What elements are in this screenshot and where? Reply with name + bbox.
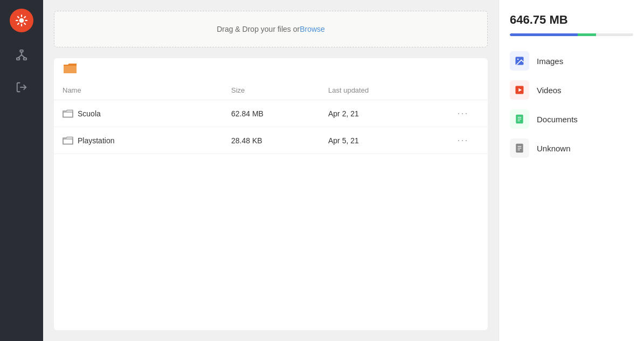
logo-icon	[15, 13, 29, 27]
unknown-label: Unknown	[537, 144, 571, 153]
file-type-images[interactable]: Images	[510, 51, 633, 71]
col-name-header: Name	[63, 86, 231, 94]
videos-label: Videos	[537, 86, 562, 95]
main-content: Drag & Drop your files or Browse Name Si…	[43, 0, 498, 341]
folder-name: Playstation	[78, 136, 114, 145]
svg-line-6	[24, 23, 26, 25]
table-row[interactable]: Scuola 62.84 MB Apr 2, 21 ···	[54, 100, 488, 127]
home-folder-icon	[63, 62, 78, 74]
file-type-videos[interactable]: Videos	[510, 80, 633, 100]
documents-icon-container	[510, 109, 529, 129]
storage-bar-blue	[510, 33, 578, 36]
folder-size: 62.84 MB	[231, 109, 328, 118]
images-icon	[514, 55, 525, 66]
table-header: Name Size Last updated	[54, 81, 488, 100]
folder-icon	[63, 136, 73, 145]
unknown-icon	[514, 143, 525, 154]
folder-nav-row[interactable]	[54, 58, 488, 81]
svg-line-13	[18, 55, 22, 58]
svg-rect-10	[17, 58, 19, 60]
videos-icon	[514, 85, 525, 95]
svg-rect-11	[24, 58, 26, 60]
storage-bar	[510, 33, 633, 36]
svg-line-14	[22, 55, 25, 58]
storage-used-label: 646.75 MB	[510, 13, 633, 27]
more-options-button[interactable]: ···	[447, 107, 479, 120]
unknown-icon-container	[510, 138, 529, 158]
sidebar	[0, 0, 43, 341]
col-size-header: Size	[231, 86, 328, 94]
svg-rect-9	[20, 50, 23, 52]
svg-line-8	[17, 23, 19, 25]
browse-link[interactable]: Browse	[300, 25, 325, 33]
file-type-list: Images Videos Documents	[510, 51, 633, 158]
svg-point-17	[517, 59, 519, 60]
documents-label: Documents	[537, 115, 578, 124]
app-logo[interactable]	[10, 9, 33, 32]
right-panel: 646.75 MB Images Videos	[498, 0, 644, 341]
more-options-button[interactable]: ···	[447, 134, 479, 147]
images-label: Images	[537, 57, 563, 66]
svg-line-7	[24, 16, 26, 18]
folder-date: Apr 2, 21	[328, 109, 447, 118]
folder-name-cell: Scuola	[63, 109, 231, 118]
folder-name-cell: Playstation	[63, 136, 231, 145]
dropzone-text: Drag & Drop your files or	[217, 25, 300, 33]
network-nav-icon[interactable]	[12, 45, 31, 65]
folder-name: Scuola	[78, 109, 101, 118]
dropzone[interactable]: Drag & Drop your files or Browse	[54, 11, 488, 47]
folder-date: Apr 5, 21	[328, 136, 447, 145]
documents-icon	[514, 114, 525, 124]
images-icon-container	[510, 51, 529, 71]
folder-icon	[63, 109, 73, 118]
col-date-header: Last updated	[328, 86, 447, 94]
svg-point-0	[19, 18, 24, 23]
file-table: Name Size Last updated Scuola 62.84 MB A…	[54, 58, 488, 330]
col-actions-header	[447, 86, 479, 94]
folder-size: 28.48 KB	[231, 136, 328, 145]
network-icon	[16, 49, 27, 61]
logout-icon	[16, 81, 27, 93]
file-type-unknown[interactable]: Unknown	[510, 138, 633, 158]
logout-nav-icon[interactable]	[12, 78, 31, 97]
table-row[interactable]: Playstation 28.48 KB Apr 5, 21 ···	[54, 127, 488, 154]
file-type-documents[interactable]: Documents	[510, 109, 633, 129]
storage-bar-green	[578, 33, 596, 36]
svg-line-5	[17, 16, 19, 18]
videos-icon-container	[510, 80, 529, 100]
